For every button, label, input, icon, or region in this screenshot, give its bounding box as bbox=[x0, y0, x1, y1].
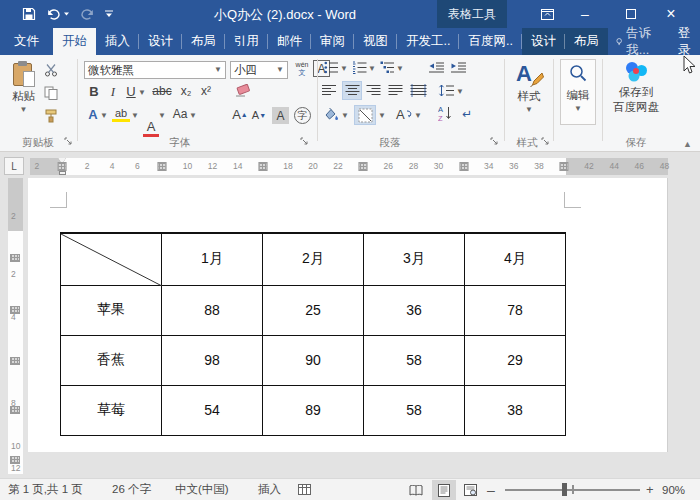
save-to-baidu-button[interactable]: 保存到 百度网盘 bbox=[608, 61, 664, 115]
paragraph-dialog-launcher-icon[interactable] bbox=[490, 137, 500, 147]
table-cell[interactable]: 90 bbox=[263, 335, 364, 385]
change-case-button[interactable]: Aa bbox=[170, 107, 190, 121]
justify-button[interactable] bbox=[388, 84, 403, 97]
shading-bucket-icon[interactable] bbox=[322, 107, 340, 122]
editing-button[interactable]: 编辑 ▼ bbox=[560, 59, 596, 125]
table-header-cell[interactable]: 4月 bbox=[465, 233, 566, 285]
subscript-button[interactable]: x₂ bbox=[178, 84, 194, 98]
font-color-dropdown-icon[interactable]: ▼ bbox=[158, 112, 166, 120]
line-spacing-dropdown-icon[interactable]: ▼ bbox=[456, 88, 464, 96]
bold-button[interactable]: B bbox=[86, 84, 102, 99]
zoom-slider-thumb[interactable] bbox=[562, 483, 567, 496]
sign-in-button[interactable]: 登录 bbox=[668, 28, 700, 55]
font-color-button[interactable]: A bbox=[143, 119, 159, 134]
clear-formatting-icon[interactable] bbox=[235, 84, 251, 98]
tab-insert[interactable]: 插入 bbox=[96, 28, 139, 55]
align-left-button[interactable] bbox=[322, 84, 337, 97]
multilevel-dropdown-icon[interactable]: ▼ bbox=[396, 65, 404, 73]
customize-qat-button[interactable] bbox=[105, 10, 113, 18]
align-right-button[interactable] bbox=[366, 84, 381, 97]
shading-dropdown-icon[interactable]: ▼ bbox=[341, 112, 349, 120]
table-cell[interactable]: 58 bbox=[364, 335, 465, 385]
table-cell[interactable]: 38 bbox=[465, 385, 566, 435]
horizontal-ruler[interactable]: 224610121418202226283034363842444648 bbox=[30, 158, 668, 175]
undo-button[interactable] bbox=[46, 8, 70, 21]
show-marks-pilcrow-icon[interactable]: ↵ bbox=[462, 107, 472, 121]
table-row-label[interactable]: 草莓 bbox=[61, 385, 162, 435]
line-spacing-button[interactable] bbox=[438, 84, 454, 97]
print-layout-button[interactable] bbox=[432, 480, 456, 500]
zoom-in-button[interactable]: + bbox=[646, 479, 654, 500]
tab-table-design[interactable]: 设计 bbox=[522, 28, 565, 55]
word-count[interactable]: 26 个字 bbox=[112, 479, 151, 500]
table-column-marker[interactable] bbox=[459, 162, 468, 171]
zoom-level[interactable]: 90% bbox=[662, 479, 685, 500]
page-indicator[interactable]: 第 1 页,共 1 页 bbox=[8, 479, 83, 500]
language-indicator[interactable]: 中文(中国) bbox=[175, 479, 229, 500]
font-name-combo[interactable]: 微软雅黑 ▼ bbox=[84, 61, 226, 79]
paste-button[interactable]: 粘贴 ▼ bbox=[12, 61, 35, 114]
web-layout-button[interactable] bbox=[458, 480, 482, 500]
table-cell[interactable]: 88 bbox=[162, 285, 263, 335]
table-row-marker[interactable] bbox=[10, 406, 20, 414]
save-icon[interactable] bbox=[22, 7, 36, 21]
phonetic-guide-icon[interactable]: wén 文 bbox=[293, 59, 311, 79]
table-column-marker[interactable] bbox=[58, 162, 67, 171]
document-table[interactable]: 1月 2月 3月 4月 苹果 88 25 36 78 香蕉 98 90 58 bbox=[60, 232, 566, 436]
multilevel-list-button[interactable] bbox=[380, 61, 395, 74]
table-cell[interactable]: 78 bbox=[465, 285, 566, 335]
table-row-marker[interactable] bbox=[10, 357, 20, 365]
macro-record-icon[interactable] bbox=[298, 479, 311, 500]
highlight-color-button[interactable]: ab bbox=[112, 107, 130, 119]
text-effects-button[interactable]: A bbox=[85, 107, 101, 122]
italic-button[interactable]: I bbox=[106, 84, 120, 100]
font-size-combo[interactable]: 小四 ▼ bbox=[230, 61, 288, 79]
enclose-characters-button[interactable]: 字 bbox=[294, 107, 311, 124]
font-dialog-launcher-icon[interactable] bbox=[300, 137, 310, 147]
tab-references[interactable]: 引用 bbox=[225, 28, 268, 55]
styles-dialog-launcher-icon[interactable] bbox=[541, 137, 551, 147]
underline-dropdown-icon[interactable]: ▼ bbox=[138, 89, 146, 97]
superscript-button[interactable]: x² bbox=[198, 84, 214, 98]
table-column-marker[interactable] bbox=[359, 162, 368, 171]
table-cell[interactable]: 54 bbox=[162, 385, 263, 435]
table-row-label[interactable]: 苹果 bbox=[61, 285, 162, 335]
shrink-font-button[interactable]: A▼ bbox=[252, 109, 266, 121]
underline-button[interactable]: U bbox=[124, 84, 138, 99]
strikethrough-button[interactable]: abc bbox=[150, 84, 174, 98]
table-cell[interactable]: 29 bbox=[465, 335, 566, 385]
table-row-label[interactable]: 香蕉 bbox=[61, 335, 162, 385]
table-cell[interactable]: 36 bbox=[364, 285, 465, 335]
tab-home-active[interactable]: 开始 bbox=[53, 28, 96, 55]
table-row-marker[interactable] bbox=[10, 306, 20, 314]
numbering-button[interactable] bbox=[352, 61, 367, 74]
tab-selector[interactable]: L bbox=[4, 157, 24, 175]
tell-me-box[interactable]: 告诉我... bbox=[608, 28, 662, 55]
clipboard-dialog-launcher-icon[interactable] bbox=[64, 137, 74, 147]
borders-dropdown-icon[interactable]: ▼ bbox=[378, 112, 386, 120]
decrease-indent-icon[interactable] bbox=[428, 61, 445, 74]
sort-button[interactable]: AZ bbox=[438, 105, 454, 122]
tab-design[interactable]: 设计 bbox=[139, 28, 182, 55]
zoom-out-button[interactable]: – bbox=[487, 479, 495, 500]
table-cell[interactable]: 25 bbox=[263, 285, 364, 335]
increase-indent-icon[interactable] bbox=[450, 61, 467, 74]
table-row-marker[interactable] bbox=[10, 456, 20, 464]
tab-mailings[interactable]: 邮件 bbox=[268, 28, 311, 55]
bullets-dropdown-icon[interactable]: ▼ bbox=[340, 65, 348, 73]
table-header-cell[interactable]: 3月 bbox=[364, 233, 465, 285]
table-column-marker[interactable] bbox=[560, 162, 569, 171]
tab-table-layout[interactable]: 布局 bbox=[565, 28, 608, 55]
table-cell[interactable]: 89 bbox=[263, 385, 364, 435]
minimize-button[interactable]: – bbox=[566, 0, 604, 28]
insert-mode-indicator[interactable]: 插入 bbox=[258, 479, 281, 500]
borders-button[interactable] bbox=[354, 105, 376, 125]
table-header-cell[interactable]: 2月 bbox=[263, 233, 364, 285]
collapse-ribbon-icon[interactable]: ▲ bbox=[683, 139, 692, 149]
asian-layout-button[interactable]: A bbox=[394, 107, 414, 122]
highlight-dropdown-icon[interactable]: ▼ bbox=[131, 112, 139, 120]
numbering-dropdown-icon[interactable]: ▼ bbox=[368, 65, 376, 73]
grow-font-button[interactable]: A▲ bbox=[232, 107, 248, 122]
format-painter-icon[interactable] bbox=[44, 109, 58, 123]
read-mode-button[interactable] bbox=[404, 480, 428, 500]
